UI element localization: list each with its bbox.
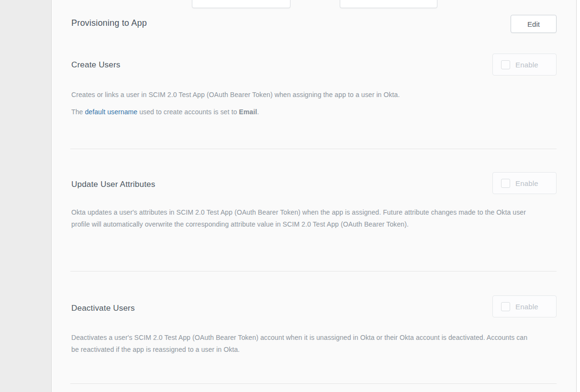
create-users-description: Creates or links a user in SCIM 2.0 Test… [71,89,529,118]
enable-checkbox[interactable] [501,302,510,311]
enable-checkbox[interactable] [501,179,510,188]
enable-toggle-deactivate-users[interactable]: Enable [492,295,557,317]
section-title-deactivate-users: Deactivate Users [71,304,135,313]
enable-label: Enable [515,303,538,311]
description-text: Creates or links a user in SCIM 2.0 Test… [71,89,529,101]
text-fragment: The [71,108,85,116]
text-fragment: used to create accounts is set to [137,108,239,116]
edit-button[interactable]: Edit [511,15,557,33]
update-user-attributes-description: Okta updates a user's attributes in SCIM… [71,207,529,230]
divider [70,271,557,272]
description-text: Okta updates a user's attributes in SCIM… [71,207,529,230]
enable-label: Enable [515,61,538,69]
divider [70,383,557,384]
text-fragment: . [257,108,259,116]
truncated-input-field[interactable] [340,0,437,8]
enable-toggle-create-users[interactable]: Enable [492,54,557,76]
default-username-line: The default username used to create acco… [71,106,529,118]
page-title: Provisioning to App [71,18,147,28]
email-value: Email [239,108,257,116]
section-title-create-users: Create Users [71,60,121,70]
enable-checkbox[interactable] [501,60,510,69]
provisioning-to-app-panel: Provisioning to App Edit Create Users En… [52,0,577,392]
description-text: Deactivates a user's SCIM 2.0 Test App (… [71,332,529,356]
enable-toggle-update-user-attributes[interactable]: Enable [492,172,557,194]
truncated-input-field[interactable] [192,0,290,8]
left-sidebar [0,0,52,392]
enable-label: Enable [515,179,538,187]
section-title-update-user-attributes: Update User Attributes [71,180,155,189]
default-username-link[interactable]: default username [85,108,137,116]
deactivate-users-description: Deactivates a user's SCIM 2.0 Test App (… [71,332,529,356]
divider [70,149,557,149]
